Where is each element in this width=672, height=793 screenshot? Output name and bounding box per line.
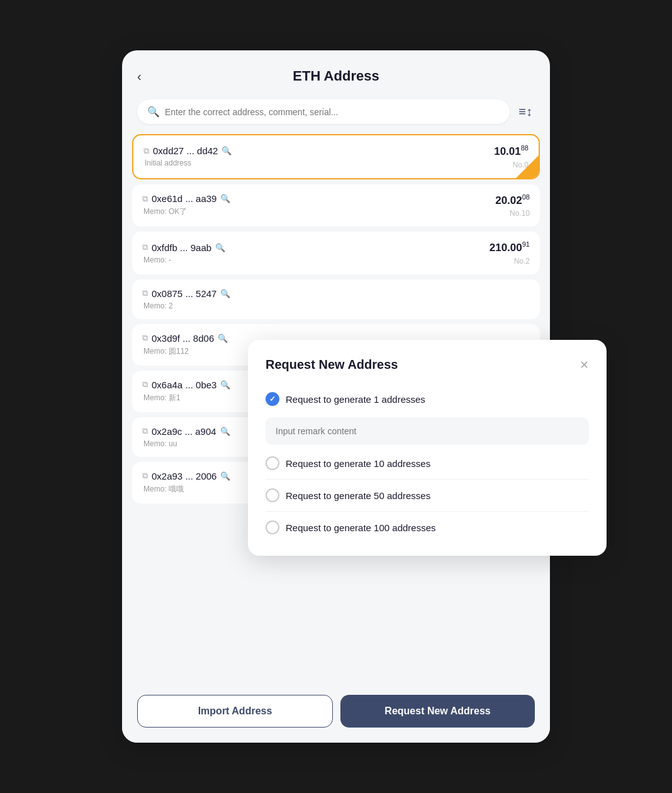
- address-item-left: ⧉ 0xdd27 ... dd42 🔍 Initial address: [143, 145, 232, 167]
- search-address-icon[interactable]: 🔍: [220, 380, 230, 390]
- copy-icon[interactable]: ⧉: [142, 288, 148, 298]
- search-address-icon[interactable]: 🔍: [220, 427, 230, 436]
- address-item-left: ⧉ 0x2a9c ... a904 🔍 Memo: uu: [142, 426, 230, 448]
- radio-circle: [266, 456, 279, 470]
- address-item-left: ⧉ 0xe61d ... aa39 🔍 Memo: OK了: [142, 193, 230, 217]
- no-label: No.10: [510, 209, 530, 218]
- address-text: 0x3d9f ... 8d06: [152, 333, 214, 344]
- active-corner: [516, 155, 539, 178]
- search-address-icon[interactable]: 🔍: [220, 471, 230, 481]
- modal-options: ✓ Request to generate 1 addresses Reques…: [266, 386, 589, 541]
- address-row: ⧉ 0xfdfb ... 9aab 🔍: [142, 242, 225, 253]
- copy-icon[interactable]: ⧉: [142, 426, 148, 436]
- address-row: ⧉ 0xdd27 ... dd42 🔍: [143, 145, 232, 156]
- address-item-left: ⧉ 0x6a4a ... 0be3 🔍 Memo: 新1: [142, 380, 230, 403]
- search-input-wrap: 🔍: [137, 99, 510, 124]
- memo-text: Memo: 2: [142, 301, 230, 310]
- radio-label: Request to generate 100 addresses: [286, 522, 436, 533]
- address-row: ⧉ 0x2a9c ... a904 🔍: [142, 426, 230, 437]
- back-button[interactable]: ‹: [137, 70, 142, 82]
- radio-check-icon: ✓: [269, 395, 276, 403]
- balance-amount: 20.0208: [495, 193, 530, 207]
- radio-option[interactable]: ✓ Request to generate 1 addresses: [266, 386, 589, 412]
- address-text: 0xdd27 ... dd42: [153, 145, 218, 156]
- radio-label: Request to generate 50 addresses: [286, 490, 430, 501]
- address-text: 0xe61d ... aa39: [152, 193, 216, 204]
- radio-label: Request to generate 10 addresses: [286, 458, 430, 469]
- address-row: ⧉ 0x2a93 ... 2006 🔍: [142, 471, 230, 481]
- memo-text: Initial address: [143, 159, 232, 167]
- address-item-left: ⧉ 0x2a93 ... 2006 🔍 Memo: 哦哦: [142, 471, 230, 495]
- header: ‹ ETH Address: [122, 50, 550, 94]
- address-item[interactable]: ⧉ 0x0875 ... 5247 🔍 Memo: 2: [132, 279, 540, 319]
- search-address-icon[interactable]: 🔍: [218, 334, 228, 343]
- remark-input[interactable]: [266, 417, 589, 445]
- address-item-left: ⧉ 0x3d9f ... 8d06 🔍 Memo: 圆112: [142, 333, 228, 357]
- search-bar: 🔍 ≡↕: [137, 99, 535, 124]
- address-balance: 210.0091 No.2: [490, 240, 530, 266]
- address-item[interactable]: ⧉ 0xdd27 ... dd42 🔍 Initial address 10.0…: [132, 134, 540, 179]
- copy-icon[interactable]: ⧉: [142, 194, 148, 204]
- copy-icon[interactable]: ⧉: [142, 380, 148, 390]
- search-input[interactable]: [165, 107, 500, 117]
- divider: [266, 511, 589, 512]
- request-new-address-modal: Request New Address ✕ ✓ Request to gener…: [248, 340, 607, 556]
- balance-amount: 210.0091: [490, 240, 530, 254]
- address-item[interactable]: ⧉ 0xe61d ... aa39 🔍 Memo: OK了 20.0208 No…: [132, 184, 540, 227]
- memo-text: Memo: OK了: [142, 206, 230, 217]
- address-text: 0x6a4a ... 0be3: [152, 380, 216, 390]
- address-item-left: ⧉ 0x0875 ... 5247 🔍 Memo: 2: [142, 288, 230, 310]
- divider: [266, 479, 589, 480]
- radio-circle: [266, 488, 279, 502]
- address-text: 0x0875 ... 5247: [152, 288, 216, 299]
- request-new-address-button[interactable]: Request New Address: [340, 695, 535, 728]
- address-item[interactable]: ⧉ 0xfdfb ... 9aab 🔍 Memo: - 210.0091 No.…: [132, 232, 540, 274]
- address-row: ⧉ 0x0875 ... 5247 🔍: [142, 288, 230, 299]
- memo-text: Memo: -: [142, 256, 225, 264]
- memo-text: Memo: 圆112: [142, 346, 228, 357]
- copy-icon[interactable]: ⧉: [142, 242, 148, 252]
- modal-close-button[interactable]: ✕: [580, 359, 589, 371]
- search-address-icon[interactable]: 🔍: [220, 194, 230, 203]
- radio-option[interactable]: Request to generate 100 addresses: [266, 514, 589, 541]
- import-address-button[interactable]: Import Address: [137, 695, 333, 728]
- radio-circle: ✓: [266, 392, 279, 406]
- address-row: ⧉ 0x6a4a ... 0be3 🔍: [142, 380, 230, 390]
- filter-button[interactable]: ≡↕: [516, 102, 535, 121]
- radio-option[interactable]: Request to generate 10 addresses: [266, 450, 589, 476]
- copy-icon[interactable]: ⧉: [143, 146, 149, 156]
- copy-icon[interactable]: ⧉: [142, 471, 148, 481]
- radio-option[interactable]: Request to generate 50 addresses: [266, 482, 589, 509]
- page-title: ETH Address: [293, 68, 379, 84]
- bottom-buttons: Import Address Request New Address: [122, 685, 550, 743]
- memo-text: Memo: 哦哦: [142, 484, 230, 495]
- memo-text: Memo: 新1: [142, 393, 230, 403]
- main-card: ‹ ETH Address 🔍 ≡↕ ⧉ 0xdd27 ... dd42 🔍 I…: [122, 50, 550, 743]
- radio-label: Request to generate 1 addresses: [286, 394, 425, 405]
- copy-icon[interactable]: ⧉: [142, 333, 148, 343]
- address-row: ⧉ 0xe61d ... aa39 🔍: [142, 193, 230, 204]
- address-text: 0x2a93 ... 2006: [152, 471, 216, 481]
- address-balance: 20.0208 No.10: [495, 193, 530, 218]
- no-label: No.2: [514, 257, 530, 266]
- search-address-icon[interactable]: 🔍: [221, 146, 232, 155]
- address-text: 0x2a9c ... a904: [152, 426, 216, 437]
- modal-title: Request New Address: [266, 357, 398, 372]
- address-row: ⧉ 0x3d9f ... 8d06 🔍: [142, 333, 228, 344]
- address-text: 0xfdfb ... 9aab: [152, 242, 211, 253]
- radio-circle: [266, 520, 279, 534]
- search-icon: 🔍: [147, 106, 160, 118]
- search-address-icon[interactable]: 🔍: [220, 289, 230, 298]
- modal-header: Request New Address ✕: [266, 357, 589, 372]
- address-item-left: ⧉ 0xfdfb ... 9aab 🔍 Memo: -: [142, 242, 225, 264]
- memo-text: Memo: uu: [142, 439, 230, 448]
- search-address-icon[interactable]: 🔍: [215, 243, 225, 252]
